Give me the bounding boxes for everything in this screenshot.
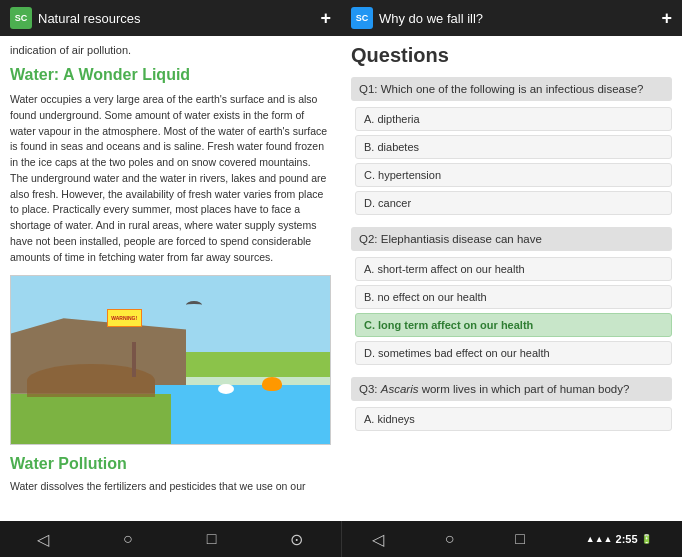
q1-option-d[interactable]: D. cancer [355, 191, 672, 215]
right-status-area: ▲▲▲ 2:55 🔋 [586, 533, 652, 545]
q2-option-d[interactable]: D. sometimes bad effect on our health [355, 341, 672, 365]
home-icon[interactable]: ○ [123, 530, 133, 548]
right-recent-icon[interactable]: □ [515, 530, 525, 548]
question-1-label: Q1: Which one of the following is an inf… [351, 77, 672, 101]
nav-bar: ◁ ○ □ ⊙ ◁ ○ □ ▲▲▲ 2:55 🔋 [0, 521, 682, 557]
q3-suffix: worm lives in which part of human body? [418, 383, 629, 395]
question-1-block: Q1: Which one of the following is an inf… [351, 77, 672, 215]
question-3-block: Q3: Ascaris worm lives in which part of … [351, 377, 672, 431]
questions-heading: Questions [351, 44, 672, 67]
right-home-icon[interactable]: ○ [445, 530, 455, 548]
right-time: 2:55 [616, 533, 638, 545]
q1-option-c[interactable]: C. hypertension [355, 163, 672, 187]
left-header: SC Natural resources + [0, 0, 341, 36]
right-add-icon[interactable]: + [661, 8, 672, 29]
right-panel: SC Why do we fall ill? + Questions Q1: W… [341, 0, 682, 521]
question-3-options: A. kidneys [351, 407, 672, 431]
question-2-block: Q2: Elephantiasis disease can have A. sh… [351, 227, 672, 365]
animal-bird-white [218, 384, 234, 394]
q3-option-a[interactable]: A. kidneys [355, 407, 672, 431]
q3-italic: Ascaris [381, 383, 419, 395]
left-content[interactable]: indication of air pollution. Water: A Wo… [0, 36, 341, 521]
air-pollution-text: indication of air pollution. [10, 44, 331, 56]
right-back-icon[interactable]: ◁ [372, 530, 384, 549]
q1-option-b[interactable]: B. diabetes [355, 135, 672, 159]
sign-board: WARNING! [107, 309, 142, 327]
water-illustration: WARNING! [10, 275, 331, 445]
right-content[interactable]: Questions Q1: Which one of the following… [341, 36, 682, 521]
q2-option-c[interactable]: C. long term affect on our health [355, 313, 672, 337]
right-header: SC Why do we fall ill? + [341, 0, 682, 36]
bird-icon [186, 301, 202, 309]
right-nav: ◁ ○ □ ▲▲▲ 2:55 🔋 [342, 530, 683, 549]
water-heading: Water: A Wonder Liquid [10, 66, 331, 84]
left-nav: ◁ ○ □ ⊙ [0, 530, 341, 549]
question-1-options: A. diptheria B. diabetes C. hypertension… [351, 107, 672, 215]
right-header-title: Why do we fall ill? [379, 11, 483, 26]
q2-option-b[interactable]: B. no effect on our health [355, 285, 672, 309]
q2-option-a[interactable]: A. short-term affect on our health [355, 257, 672, 281]
right-header-left: SC Why do we fall ill? [351, 7, 483, 29]
illustration-scene: WARNING! [11, 276, 330, 444]
question-3-label: Q3: Ascaris worm lives in which part of … [351, 377, 672, 401]
left-add-icon[interactable]: + [320, 8, 331, 29]
back-icon[interactable]: ◁ [37, 530, 49, 549]
animal-fox [262, 377, 282, 391]
pollution-body-text: Water dissolves the fertilizers and pest… [10, 479, 331, 495]
left-panel: SC Natural resources + indication of air… [0, 0, 341, 521]
water-shape [155, 385, 330, 444]
camera-icon[interactable]: ⊙ [290, 530, 303, 549]
pollution-heading: Water Pollution [10, 455, 331, 473]
left-app-icon: SC [10, 7, 32, 29]
recent-icon[interactable]: □ [207, 530, 217, 548]
q1-option-a[interactable]: A. diptheria [355, 107, 672, 131]
signal-icon: ▲▲▲ [586, 534, 613, 544]
battery-status: 🔋 [641, 534, 652, 544]
ground-shape [11, 394, 171, 444]
water-body-text: Water occupies a very large area of the … [10, 92, 331, 265]
left-header-title: Natural resources [38, 11, 141, 26]
question-2-label: Q2: Elephantiasis disease can have [351, 227, 672, 251]
sign-post [132, 342, 136, 377]
right-app-icon: SC [351, 7, 373, 29]
left-header-left: SC Natural resources [10, 7, 141, 29]
q3-prefix: Q3: [359, 383, 381, 395]
question-2-options: A. short-term affect on our health B. no… [351, 257, 672, 365]
